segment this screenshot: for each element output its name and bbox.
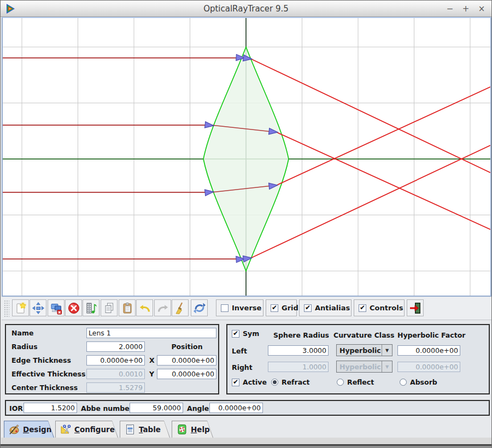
angle-label: Angle: [187, 404, 209, 412]
app-window: OpticalRayTracer 9.5 − + ×: [0, 0, 492, 448]
name-label: Name: [11, 329, 33, 337]
antialias-checkbox[interactable]: [304, 304, 312, 312]
sym-control[interactable]: Sym: [232, 329, 259, 338]
window-bottom-edge: [1, 444, 491, 448]
animation-icon: [85, 302, 98, 315]
tab-configure-label: Configure: [74, 425, 115, 434]
toggle-controls[interactable]: Controls: [354, 299, 405, 316]
close-displays-icon: [50, 302, 63, 315]
ior-label: IOR: [9, 404, 23, 412]
absorb-radio[interactable]: [400, 379, 407, 386]
toggle-inverse[interactable]: Inverse: [216, 299, 263, 316]
ior-input[interactable]: [24, 403, 77, 413]
y-position-input[interactable]: [157, 369, 216, 379]
delete-lens-button[interactable]: [65, 299, 82, 316]
pan-view-icon: [32, 302, 45, 315]
material-panel: IOR Abbe number Angle: [5, 400, 490, 416]
left-sphere-radius-input[interactable]: [268, 345, 329, 356]
x-label: X: [149, 356, 155, 364]
toggle-grid[interactable]: Grid: [266, 299, 297, 316]
ray-diagram: [3, 18, 490, 296]
minimize-button[interactable]: −: [446, 4, 454, 14]
pan-view-button[interactable]: [30, 299, 46, 316]
refract-control[interactable]: Refract: [271, 378, 310, 386]
undo-button[interactable]: [136, 299, 153, 316]
center-thickness-label: Center Thickness: [11, 384, 78, 392]
reflect-control[interactable]: Reflect: [337, 378, 374, 386]
help-icon: [177, 424, 188, 435]
right-curvature-combo: Hyperbolic ▼: [336, 361, 393, 373]
new-lens-icon: [14, 302, 27, 315]
configure-icon: [60, 424, 71, 435]
toggle-antialias[interactable]: Antialias: [299, 299, 352, 316]
angle-input[interactable]: [209, 403, 263, 413]
left-surface-label: Left: [232, 347, 247, 355]
copy-button[interactable]: [101, 299, 118, 316]
close-displays-button[interactable]: [48, 299, 65, 316]
refresh-button[interactable]: [191, 299, 208, 316]
combo-arrow-icon: ▼: [382, 361, 392, 372]
active-label: Active: [243, 378, 267, 386]
tab-design[interactable]: Design: [4, 421, 54, 438]
x-position-input[interactable]: [157, 355, 216, 366]
left-curvature-combo[interactable]: Hyperbolic ▼: [336, 344, 393, 356]
title-bar[interactable]: OpticalRayTracer 9.5 − + ×: [1, 1, 491, 17]
exit-button[interactable]: [407, 299, 424, 316]
y-label: Y: [149, 370, 154, 378]
tab-table-label: Table: [139, 425, 161, 434]
controls-checkbox[interactable]: [359, 304, 366, 312]
controls-label: Controls: [370, 304, 403, 312]
antialias-label: Antialias: [315, 304, 350, 312]
toolbar-drag-handle[interactable]: [4, 300, 9, 317]
toolbar: Inverse Grid Antialias Controls: [2, 297, 491, 320]
broom-icon: [174, 302, 187, 315]
effective-thickness-label: Effective Thickness: [11, 370, 85, 378]
window-title: OpticalRayTracer 9.5: [1, 4, 491, 14]
reflect-radio[interactable]: [337, 379, 344, 386]
ray-trace-canvas[interactable]: [2, 17, 491, 297]
sym-checkbox[interactable]: [232, 330, 239, 338]
inverse-label: Inverse: [232, 304, 261, 312]
tab-help-label: Help: [191, 425, 210, 434]
app-icon: [4, 3, 16, 15]
animation-button[interactable]: [83, 299, 99, 316]
undo-icon: [138, 302, 151, 315]
active-control[interactable]: Active: [232, 378, 267, 386]
tab-help[interactable]: Help: [172, 421, 213, 438]
refract-radio[interactable]: [271, 379, 278, 386]
edge-thickness-input[interactable]: [86, 355, 145, 366]
paste-icon: [121, 302, 134, 315]
palette-icon: [9, 424, 20, 435]
grid-checkbox[interactable]: [271, 304, 278, 312]
right-hyperbolic-factor-input: [397, 362, 460, 372]
grid-label: Grid: [282, 304, 298, 312]
absorb-control[interactable]: Absorb: [400, 378, 437, 386]
absorb-label: Absorb: [410, 378, 437, 386]
inverse-checkbox[interactable]: [221, 304, 229, 312]
table-icon: [125, 424, 136, 435]
effective-thickness-input: [86, 369, 145, 379]
tab-table[interactable]: Table: [120, 421, 170, 438]
center-thickness-input: [86, 382, 145, 393]
new-lens-button[interactable]: [12, 299, 29, 316]
abbe-number-input[interactable]: [130, 403, 183, 413]
left-hyperbolic-factor-input[interactable]: [397, 345, 460, 356]
maximize-button[interactable]: +: [461, 4, 470, 14]
radius-input[interactable]: [86, 341, 145, 352]
refresh-icon: [193, 302, 206, 315]
tab-configure[interactable]: Configure: [55, 421, 118, 438]
position-label: Position: [163, 343, 210, 351]
close-button[interactable]: ×: [477, 4, 486, 14]
status-area: [1, 438, 491, 444]
clean-traces-button[interactable]: [172, 299, 189, 316]
exit-icon: [409, 302, 422, 315]
right-sphere-radius-input: [268, 362, 329, 372]
name-input[interactable]: [86, 328, 216, 338]
redo-button[interactable]: [154, 299, 171, 316]
right-surface-label: Right: [232, 363, 253, 372]
paste-button[interactable]: [119, 299, 136, 316]
radius-label: Radius: [11, 343, 38, 351]
active-checkbox[interactable]: [232, 379, 239, 386]
reflect-label: Reflect: [347, 378, 374, 386]
delete-icon: [67, 302, 80, 315]
